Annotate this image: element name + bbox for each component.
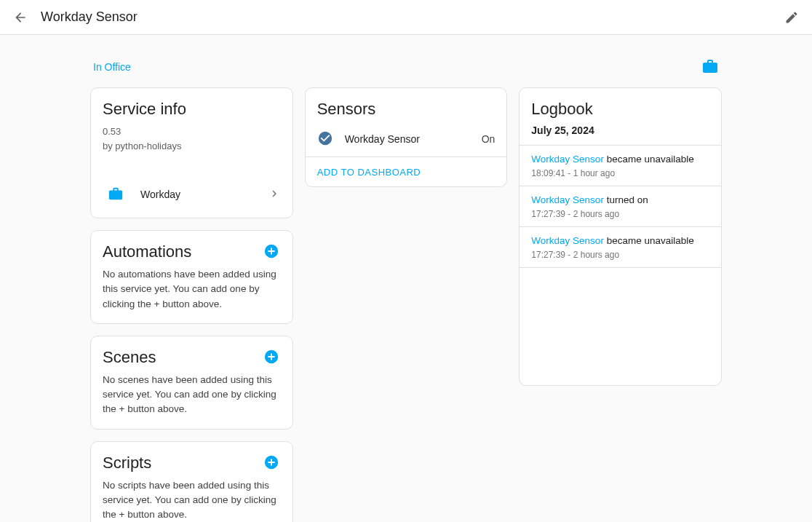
sensor-row[interactable]: Workday Sensor On [306,122,507,157]
logbook-date: July 25, 2024 [520,124,721,145]
logbook-entry: Workday Sensor became unavailable 17:27:… [520,226,721,268]
sensor-name: Workday Sensor [345,133,471,145]
logbook-event: became unavailable [604,154,694,165]
app-header: Workday Sensor [0,0,812,35]
sensors-header: Sensors [306,88,507,122]
logbook-header: Logbook [520,88,721,124]
service-info-body: 0.53 by python-holidays [91,124,292,165]
sensors-title: Sensors [317,100,376,119]
column-right: Logbook July 25, 2024 Workday Sensor bec… [519,87,722,386]
logbook-event: became unavailable [604,235,694,246]
scenes-header: Scenes [91,336,292,373]
automations-title: Automations [103,242,191,261]
add-automation-button[interactable] [263,243,281,261]
briefcase-icon [103,181,129,207]
edit-button[interactable] [783,9,800,26]
sensors-card: Sensors Workday Sensor On Add to Dashboa… [305,87,508,187]
logbook-timestamp: 17:27:39 - 2 hours ago [531,209,709,219]
service-version: 0.53 [103,124,281,139]
automations-empty: No automations have been added using thi… [103,267,281,312]
integration-link[interactable]: Workday [91,170,292,218]
device-name-link[interactable]: In Office [93,61,131,73]
logbook-entity-link[interactable]: Workday Sensor [531,194,604,205]
automations-body: No automations have been added using thi… [91,267,292,323]
automations-header: Automations [91,231,292,267]
page-title: Workday Sensor [41,9,138,25]
column-left: Service info 0.53 by python-holidays Wor… [90,87,293,522]
logbook-entity-link[interactable]: Workday Sensor [531,235,604,246]
add-scene-button[interactable] [263,349,281,366]
service-info-header: Service info [91,88,292,124]
sensor-state: On [482,133,495,145]
plus-circle-icon [263,243,279,259]
chevron-right-icon [268,187,281,202]
logbook-entry: Workday Sensor became unavailable 18:09:… [520,145,721,186]
main-content: In Office Service info 0.53 by python-ho… [79,35,733,522]
plus-circle-icon [263,454,279,470]
column-middle: Sensors Workday Sensor On Add to Dashboa… [305,87,508,187]
arrow-left-icon [13,10,28,25]
integration-name: Workday [140,189,256,200]
header-left: Workday Sensor [12,9,138,26]
add-to-dashboard-button[interactable]: Add to Dashboard [317,167,421,178]
service-info-title: Service info [103,100,186,119]
logbook-timestamp: 17:27:39 - 2 hours ago [531,250,709,260]
service-author: by python-holidays [103,139,281,154]
logbook-line: Workday Sensor turned on [531,194,709,207]
briefcase-icon [701,58,719,76]
logbook-line: Workday Sensor became unavailable [531,234,709,248]
plus-circle-icon [263,349,279,365]
logbook-title: Logbook [531,100,592,119]
logbook-timestamp: 18:09:41 - 1 hour ago [531,168,709,178]
scripts-body: No scripts have been added using this se… [91,478,292,523]
scenes-empty: No scenes have been added using this ser… [103,373,281,417]
logbook-entity-link[interactable]: Workday Sensor [531,154,604,165]
scripts-empty: No scripts have been added using this se… [103,478,281,523]
device-row: In Office [90,58,722,76]
scripts-title: Scripts [103,454,151,472]
logbook-line: Workday Sensor became unavailable [531,153,709,167]
scripts-header: Scripts [91,442,292,478]
scenes-body: No scenes have been added using this ser… [91,373,292,429]
scripts-card: Scripts No scripts have been added using… [90,441,293,523]
scenes-card: Scenes No scenes have been added using t… [90,336,293,430]
columns: Service info 0.53 by python-holidays Wor… [90,87,722,522]
check-circle-icon [317,130,335,148]
back-button[interactable] [12,9,29,26]
sensors-actions: Add to Dashboard [306,157,507,186]
logbook-card: Logbook July 25, 2024 Workday Sensor bec… [519,87,722,386]
add-script-button[interactable] [263,454,281,472]
automations-card: Automations No automations have been add… [90,230,293,324]
logbook-event: turned on [604,194,648,205]
scenes-title: Scenes [103,348,156,367]
pencil-icon [784,10,799,25]
logbook-entry: Workday Sensor turned on 17:27:39 - 2 ho… [520,186,721,226]
service-info-card: Service info 0.53 by python-holidays Wor… [90,87,293,218]
